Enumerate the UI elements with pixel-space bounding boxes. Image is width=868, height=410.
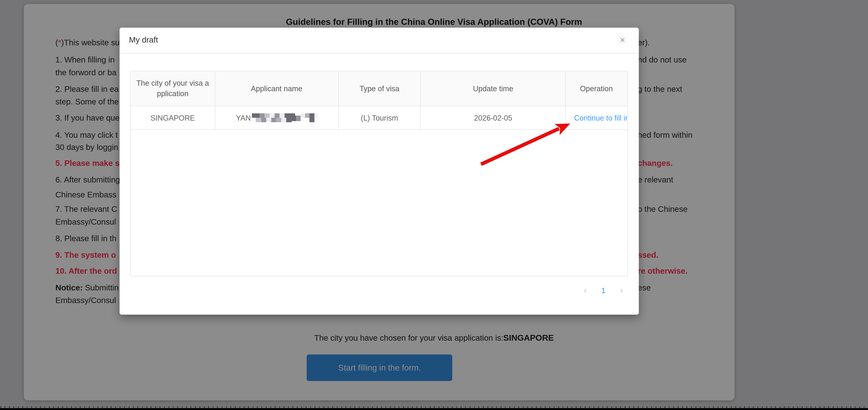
column-header-applicant-name: Applicant name [215, 71, 338, 106]
redaction-pixel-block [256, 117, 261, 122]
modal-header: My draft × [120, 28, 639, 54]
redaction-pixel-block [261, 117, 266, 122]
my-draft-modal: My draft × The city of your visa a pplic… [120, 28, 639, 315]
drafts-table: The city of your visa a pplication Appli… [130, 71, 627, 276]
continue-to-fill-link[interactable]: Continue to fill in t [574, 114, 627, 122]
draft-table-row: SINGAPORE YAN (L) Tourism 2026-02-05 Con… [130, 106, 627, 130]
redaction-pixel-block [266, 117, 271, 122]
modal-title: My draft [129, 35, 158, 44]
cell-city: SINGAPORE [130, 106, 215, 130]
next-page-icon[interactable]: › [618, 284, 625, 297]
redaction-pixel-block [271, 117, 276, 122]
redaction-pixel-block [265, 113, 270, 117]
redaction-pixel-block [276, 117, 281, 122]
redaction-pixel-block [252, 113, 259, 117]
page-number-1[interactable]: 1 [601, 286, 606, 295]
column-header-update-time: Update time [421, 71, 566, 106]
screen: Guidelines for Filling in the China Onli… [0, 0, 868, 410]
pagination: ‹ 1 › [582, 284, 625, 297]
prev-page-icon[interactable]: ‹ [582, 284, 589, 297]
redaction-pixel-block [309, 113, 314, 117]
column-header-city: The city of your visa a pplication [130, 71, 215, 106]
redaction-pixel-block [285, 113, 289, 117]
applicant-name-text: YAN [236, 114, 251, 122]
close-icon[interactable]: × [617, 34, 629, 47]
redaction-pixel-block [292, 116, 296, 121]
redaction-pixel-block [280, 113, 285, 117]
redaction-pixel-block [281, 117, 286, 122]
redaction-pixel-block [270, 113, 275, 117]
redaction-pixel-block [275, 113, 279, 117]
redaction-pixel-block [305, 113, 309, 117]
redacted-name-mosaic [252, 113, 317, 122]
redaction-pixel-block [314, 113, 317, 117]
column-header-visa-type: Type of visa [339, 71, 421, 106]
cell-visa-type: (L) Tourism [339, 106, 421, 130]
cell-operation: Continue to fill in t [566, 106, 627, 130]
column-header-operation: Operation [566, 71, 627, 106]
redaction-pixel-block [286, 117, 292, 122]
table-header-row: The city of your visa a pplication Appli… [130, 71, 627, 106]
redaction-pixel-block [309, 117, 314, 122]
cell-applicant-name: YAN [215, 106, 338, 130]
redaction-pixel-block [260, 113, 265, 117]
redaction-pixel-block [296, 116, 301, 121]
redaction-pixel-block [301, 113, 305, 117]
cell-update-time: 2026-02-05 [421, 106, 566, 130]
